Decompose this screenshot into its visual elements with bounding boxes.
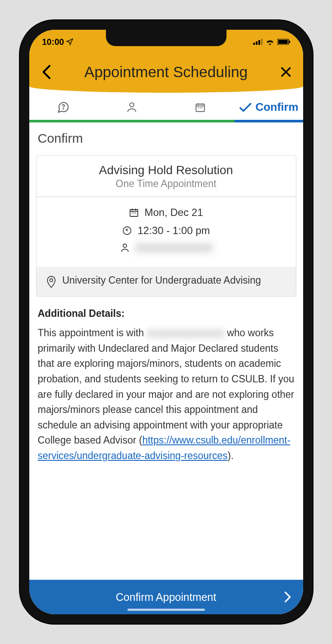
location-pin-icon (46, 275, 56, 288)
content-area[interactable]: Confirm Advising Hold Resolution One Tim… (29, 122, 303, 580)
svg-rect-1 (256, 41, 258, 45)
details-text: This appointment is with who works prima… (36, 325, 296, 474)
speech-question-icon (57, 101, 70, 114)
battery-icon (277, 39, 290, 45)
cellular-icon (253, 39, 263, 45)
close-button[interactable] (277, 66, 295, 78)
svg-rect-3 (261, 39, 263, 45)
details-heading: Additional Details: (36, 308, 296, 319)
chevron-left-icon (42, 65, 51, 79)
appointment-card: Advising Hold Resolution One Time Appoin… (36, 155, 296, 297)
svg-point-27 (50, 279, 53, 282)
appointment-subtitle: One Time Appointment (41, 178, 292, 190)
svg-point-10 (130, 103, 133, 106)
appointment-date: Mon, Dec 21 (144, 206, 203, 219)
svg-rect-2 (258, 40, 260, 45)
stepper-reason[interactable] (29, 100, 98, 120)
stepper-confirm[interactable]: Confirm (235, 100, 303, 120)
svg-rect-6 (289, 41, 290, 43)
stepper-confirm-label: Confirm (255, 100, 298, 114)
advisor-name-redacted-inline (147, 330, 224, 338)
phone-frame: 10:00 Appointment Scheduling (20, 20, 313, 624)
header-title: Appointment Scheduling (55, 63, 277, 81)
notch (106, 30, 227, 46)
phone-screen: 10:00 Appointment Scheduling (29, 30, 303, 614)
card-header: Advising Hold Resolution One Time Appoin… (37, 156, 296, 197)
details-prefix: This appointment is with (38, 327, 147, 338)
clock-icon (122, 225, 132, 236)
app-header: Appointment Scheduling (29, 54, 303, 93)
advisor-name-redacted (135, 243, 213, 253)
location-arrow-icon (66, 38, 74, 46)
back-button[interactable] (38, 65, 55, 79)
svg-point-26 (123, 244, 127, 247)
status-left: 10:00 (42, 37, 74, 47)
advisor-row (41, 243, 292, 253)
stepper-date[interactable] (166, 100, 235, 120)
card-footer: University Center for Undergraduate Advi… (37, 267, 296, 296)
stepper: Confirm (29, 93, 303, 122)
date-row: Mon, Dec 21 (41, 206, 292, 219)
confirm-appointment-button[interactable]: Confirm Appointment (29, 580, 303, 614)
svg-rect-0 (253, 43, 255, 45)
wifi-icon (265, 38, 275, 45)
status-right (253, 38, 290, 45)
person-icon (120, 243, 130, 253)
svg-rect-5 (278, 40, 288, 44)
calendar-icon (129, 207, 139, 218)
details-suffix: ). (228, 450, 234, 461)
close-icon (280, 66, 292, 78)
status-time: 10:00 (42, 37, 64, 47)
time-row: 12:30 - 1:00 pm (41, 225, 292, 237)
svg-point-9 (63, 109, 63, 109)
chevron-right-icon (284, 591, 291, 603)
stepper-person[interactable] (98, 100, 166, 120)
appointment-location: University Center for Undergraduate Advi… (62, 275, 261, 286)
appointment-time: 12:30 - 1:00 pm (137, 225, 210, 237)
details-body: who works primarily with Undeclared and … (38, 327, 295, 446)
confirm-button-label: Confirm Appointment (116, 591, 216, 603)
home-indicator[interactable] (127, 609, 205, 611)
person-icon (126, 101, 138, 113)
appointment-title: Advising Hold Resolution (41, 163, 292, 177)
calendar-icon (195, 102, 206, 113)
check-icon (239, 102, 252, 113)
card-body: Mon, Dec 21 12:30 - 1:00 pm (37, 197, 296, 267)
section-title: Confirm (36, 131, 296, 146)
